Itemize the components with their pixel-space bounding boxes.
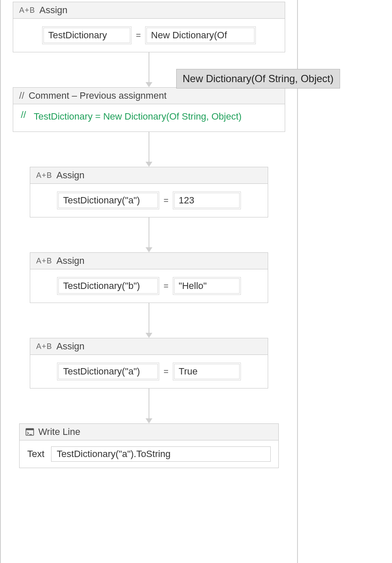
activity-header[interactable]: A+B Assign [30,338,268,355]
assign-activity[interactable]: A+B Assign TestDictionary("a") = 123 [30,167,268,217]
flow-connector [146,303,152,338]
assign-icon: A+B [19,6,35,15]
assign-row: TestDictionary("b") = "Hello" [39,277,259,295]
assign-left-input[interactable]: TestDictionary("a") [57,191,159,209]
flow-connector [146,52,152,87]
flow-connector [146,389,152,423]
assign-row: TestDictionary = New Dictionary(Of [22,26,276,44]
comment-activity[interactable]: // Comment – Previous assignment // Test… [13,87,285,132]
activity-body: TestDictionary = New Dictionary(Of [13,19,285,52]
arrow-down-icon [146,82,152,87]
assign-icon: A+B [36,342,52,351]
arrow-down-icon [146,247,152,252]
writeline-field-label: Text [27,449,44,460]
arrow-down-icon [146,333,152,338]
assign-icon: A+B [36,171,52,180]
assign-right-input[interactable]: True [173,363,241,380]
activity-body: Text TestDictionary("a").ToString [20,440,278,468]
svg-rect-1 [26,429,34,430]
activity-header[interactable]: A+B Assign [13,2,285,19]
workflow-canvas[interactable]: A+B Assign TestDictionary = New Dictiona… [0,0,298,563]
activity-body: TestDictionary("a") = True [30,355,268,388]
writeline-text-input[interactable]: TestDictionary("a").ToString [51,446,271,462]
flow-connector [146,132,152,167]
comment-icon: // [21,109,26,124]
writeline-activity[interactable]: Write Line Text TestDictionary("a").ToSt… [19,423,279,468]
assign-right-input[interactable]: 123 [173,191,241,209]
expression-tooltip: New Dictionary(Of String, Object) [176,69,340,89]
activity-title: Write Line [38,426,80,437]
assign-row: TestDictionary("a") = 123 [39,191,259,209]
comment-icon: // [19,90,24,101]
arrow-down-icon [146,162,152,167]
flow-connector [146,217,152,252]
equals-label: = [163,196,169,206]
equals-label: = [136,31,141,40]
assign-right-input[interactable]: New Dictionary(Of [145,26,256,44]
activity-title: Comment – Previous assignment [29,90,166,101]
arrow-down-icon [146,418,152,423]
activity-body: TestDictionary("b") = "Hello" [30,269,268,303]
activity-header[interactable]: A+B Assign [30,167,268,184]
activity-title: Assign [57,341,85,352]
assign-activity[interactable]: A+B Assign TestDictionary("a") = True [30,338,268,389]
assign-icon: A+B [36,257,52,266]
activity-title: Assign [57,255,85,266]
assign-left-input[interactable]: TestDictionary("a") [57,363,159,380]
activity-header[interactable]: Write Line [20,424,278,440]
equals-label: = [163,367,169,377]
activity-header[interactable]: // Comment – Previous assignment [13,88,285,104]
activity-header[interactable]: A+B Assign [30,253,268,269]
assign-right-input[interactable]: "Hello" [173,277,241,295]
activity-title: Assign [57,170,85,181]
assign-row: TestDictionary("a") = True [39,363,259,380]
assign-left-input[interactable]: TestDictionary [42,26,132,44]
assign-activity[interactable]: A+B Assign TestDictionary("b") = "Hello" [30,252,268,303]
assign-left-input[interactable]: TestDictionary("b") [57,277,159,295]
comment-body: // TestDictionary = New Dictionary(Of St… [13,104,285,131]
activity-body: TestDictionary("a") = 123 [30,184,268,217]
equals-label: = [163,281,169,291]
assign-activity[interactable]: A+B Assign TestDictionary = New Dictiona… [13,2,285,52]
console-icon [26,428,34,436]
comment-text[interactable]: TestDictionary = New Dictionary(Of Strin… [34,109,241,124]
activity-title: Assign [40,5,68,16]
